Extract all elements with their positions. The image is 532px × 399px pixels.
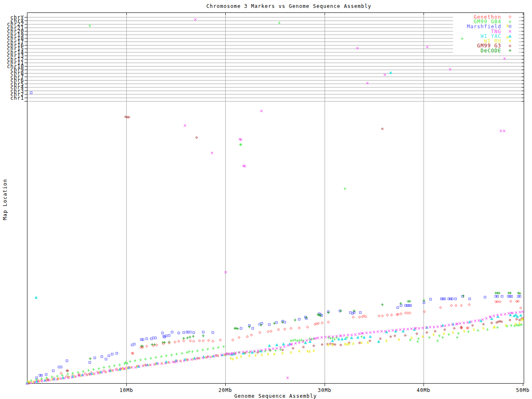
series-gm99-gb4	[26, 22, 523, 384]
series-wi-rh	[27, 25, 524, 384]
series-decode	[89, 292, 521, 360]
series-genethon	[28, 300, 522, 384]
series-tng	[26, 18, 523, 384]
series-wi-yac	[26, 71, 522, 384]
chart-page: { "page": { "title": "Chromosome 3 Marke…	[0, 0, 532, 399]
scatter-points-layer	[0, 0, 532, 399]
series-marshfield	[30, 92, 521, 379]
series-gm99-g3	[28, 116, 524, 384]
